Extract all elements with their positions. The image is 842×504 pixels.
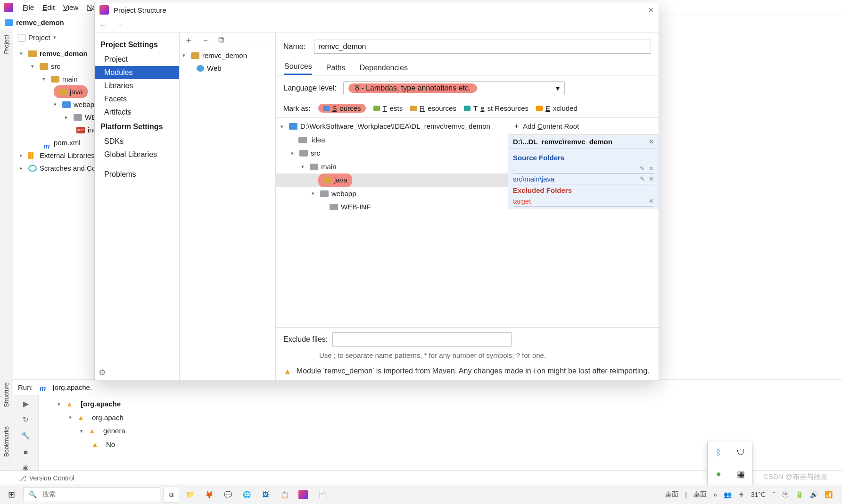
source-folder-row[interactable]: src\main\java✎✕ <box>513 174 654 184</box>
taskbar-search[interactable]: 🔍搜索 <box>24 487 160 502</box>
windows-taskbar[interactable]: ⊞ 🔍搜索 ⧉ 📁 🦊 💬 🌐 🖼 📋 📄 桌面 | 桌面 » 👥 ☀ 31°C… <box>0 485 842 504</box>
intellij-icon[interactable] <box>295 487 311 503</box>
gear-icon[interactable]: ⚙ <box>99 367 106 378</box>
edit-icon[interactable]: ✎ <box>640 175 645 182</box>
sidebar-item-artifacts[interactable]: Artifacts <box>95 106 179 119</box>
copy-icon[interactable]: ⧉ <box>218 35 224 45</box>
module-name-input[interactable] <box>314 40 651 54</box>
content-root-tree[interactable]: ▾D:\WorkSoftware_Workplace\IDEA\DL_remvc… <box>276 118 508 327</box>
excluded-folder-row[interactable]: target✕ <box>513 196 654 207</box>
battery-icon[interactable]: 🔋 <box>795 491 803 498</box>
wifi-icon[interactable]: 📶 <box>825 491 833 498</box>
temperature[interactable]: 31°C <box>751 491 766 498</box>
people-icon[interactable]: 👥 <box>724 491 732 498</box>
menu-edit[interactable]: Edit <box>39 1 58 13</box>
tab-sources[interactable]: Sources <box>284 62 312 75</box>
tree-root[interactable]: remvc_demon <box>40 47 88 60</box>
folder-icon <box>299 150 308 157</box>
run-button-icon[interactable]: ▶ <box>22 399 30 408</box>
app-icon[interactable]: 📄 <box>314 487 330 503</box>
volume-icon[interactable]: 🔊 <box>810 491 818 498</box>
content-root-path[interactable]: D:\...DL_remvc\remvc_demon✕ <box>508 135 659 149</box>
photos-icon[interactable]: 🖼 <box>257 487 273 503</box>
wechat-icon[interactable]: 💬 <box>220 487 236 503</box>
add-content-root-button[interactable]: ＋Add Content Root <box>508 118 659 135</box>
source-folder-row[interactable]: .✎✕ <box>513 164 654 174</box>
dialog-titlebar[interactable]: Project Structure ✕ <box>95 2 659 17</box>
remove-icon[interactable]: － <box>201 34 210 46</box>
branch-icon: ⎇ <box>19 474 26 482</box>
mark-sources-button[interactable]: SSourcesources <box>318 104 366 113</box>
close-icon[interactable]: ✕ <box>648 6 654 15</box>
menu-file[interactable]: FFileile <box>19 1 38 13</box>
chevron-right-icon[interactable]: ▸ <box>20 164 25 173</box>
rail-project[interactable]: Project <box>3 35 10 54</box>
tab-dependencies[interactable]: Dependencies <box>360 64 408 75</box>
chevron-down-icon[interactable]: ▾ <box>20 49 25 58</box>
forward-icon[interactable]: → <box>116 20 124 30</box>
breadcrumb-project[interactable]: remvc_demon <box>16 18 64 26</box>
desktop-label[interactable]: 桌面 <box>693 490 707 499</box>
close-icon[interactable]: ✕ <box>649 138 654 145</box>
dialog-title: Project Structure <box>114 6 166 14</box>
language-level-select[interactable]: 8 - Lambdas, type annotations etc. ▾ <box>343 81 565 95</box>
sidebar-item-facets[interactable]: Facets <box>95 92 179 106</box>
java-folder-highlight[interactable]: java <box>54 85 88 98</box>
security-icon[interactable]: 🛡 <box>730 442 752 463</box>
mark-tests-button[interactable]: Tests <box>373 104 403 112</box>
more-icon[interactable]: » <box>713 491 717 498</box>
input-icon[interactable]: ㊥ <box>782 490 789 499</box>
chevron-right-icon[interactable]: ▸ <box>20 151 25 160</box>
back-icon[interactable]: ← <box>99 20 107 30</box>
add-icon[interactable]: ＋ <box>184 34 193 46</box>
sidebar-item-global-libraries[interactable]: Global Libraries <box>95 148 179 161</box>
sidebar-item-problems[interactable]: Problems <box>95 168 179 181</box>
modules-tree[interactable]: ▾remvc_demon Web <box>180 47 275 76</box>
chevron-down-icon[interactable]: ▾ <box>182 51 188 60</box>
menu-view[interactable]: View <box>59 1 82 13</box>
mark-excluded-button[interactable]: Excluded <box>536 104 578 112</box>
taskview-icon[interactable]: ⧉ <box>163 487 179 503</box>
run-tool-header[interactable]: Run: m [org.apache. <box>13 380 842 395</box>
firefox-icon[interactable]: 🦊 <box>201 487 217 503</box>
grid-icon[interactable]: ▦ <box>730 463 752 485</box>
bluetooth-icon[interactable]: ᛒ <box>708 442 730 463</box>
chevron-down-icon[interactable]: ▾ <box>42 74 48 84</box>
desktop-label[interactable]: 桌面 <box>665 490 678 499</box>
sidebar-header-project-settings: Project Settings <box>95 37 179 53</box>
tray-popup[interactable]: ᛒ 🛡 ● ▦ <box>707 442 752 485</box>
start-button[interactable]: ⊞ <box>0 485 23 504</box>
sidebar-item-sdks[interactable]: SDKs <box>95 135 179 148</box>
chevron-down-icon[interactable]: ▾ <box>31 62 37 71</box>
rail-bookmarks[interactable]: Bookmarks <box>3 426 10 457</box>
sidebar-item-modules[interactable]: Modules <box>95 66 179 79</box>
sidebar-item-project[interactable]: Project <box>95 53 179 66</box>
app-icon[interactable]: 📋 <box>276 487 292 503</box>
tab-paths[interactable]: Paths <box>326 64 346 75</box>
chevron-up-icon[interactable]: ˄ <box>772 491 776 498</box>
close-icon[interactable]: ✕ <box>649 175 654 182</box>
mark-test-resources-button[interactable]: Test Resources <box>464 104 528 112</box>
stop-icon[interactable]: ■ <box>22 447 30 456</box>
chevron-down-icon[interactable]: ▾ <box>53 34 56 41</box>
weather-icon[interactable]: ☀ <box>738 491 744 498</box>
chrome-icon[interactable]: 🌐 <box>239 487 255 503</box>
wechat-icon[interactable]: ● <box>708 463 730 485</box>
chevron-right-icon[interactable]: ▸ <box>65 113 71 122</box>
close-icon[interactable]: ✕ <box>649 198 654 205</box>
mark-resources-button[interactable]: Resources <box>410 104 456 112</box>
java-folder-selected[interactable]: java <box>276 174 508 187</box>
name-label: Name: <box>283 42 305 51</box>
wrench-icon[interactable]: 🔧 <box>22 431 30 440</box>
chevron-down-icon[interactable]: ▾ <box>54 100 59 109</box>
sidebar-header-platform-settings: Platform Settings <box>95 119 179 135</box>
rerun-icon[interactable]: ↻ <box>22 415 30 424</box>
close-icon[interactable]: ✕ <box>649 165 654 172</box>
library-icon <box>28 152 37 159</box>
plus-icon: ＋ <box>513 122 520 131</box>
edit-icon[interactable]: ✎ <box>640 165 645 172</box>
explorer-icon[interactable]: 📁 <box>182 487 198 503</box>
exclude-files-input[interactable] <box>332 332 512 347</box>
rail-structure[interactable]: Structure <box>3 382 10 407</box>
sidebar-item-libraries[interactable]: Libraries <box>95 79 179 92</box>
